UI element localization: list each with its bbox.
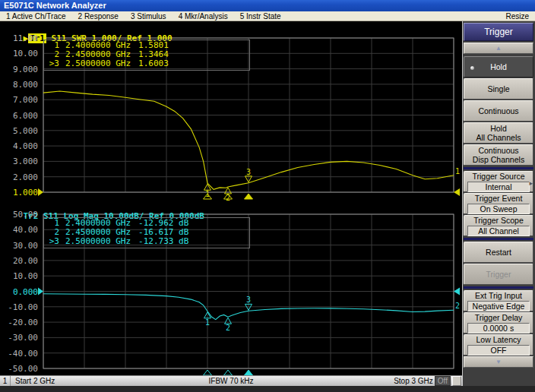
softkey-label: Trigger Source — [472, 172, 524, 181]
trace2-marker-number: 2 — [226, 324, 230, 332]
trace2-y-label: -30.00 — [0, 334, 38, 342]
status-bar: 1 IFBW 70 kHz Start 2 GHz Stop 3 GHz Off — [0, 375, 462, 386]
softkey-restart[interactable]: Restart — [464, 242, 533, 263]
trace2-end-number: 2 — [455, 302, 460, 310]
window-title-bar: E5071C Network Analyzer — [0, 0, 535, 11]
scroll-up-button[interactable]: ▲ — [464, 43, 533, 54]
menu-item-3[interactable]: 3 Stimulus — [125, 12, 173, 21]
trace1-marker-icon — [225, 188, 232, 194]
softkey-label: Trigger Event — [475, 194, 523, 203]
trace1-y-label: 11.00 — [0, 34, 38, 43]
trace2-marker-row: >32.5000000 GHz-12.733 dB — [46, 237, 249, 246]
trace1-y-label: 2.000 — [0, 173, 38, 182]
trace2-marker-number: 1 — [205, 318, 210, 327]
trace2-marker-icon — [225, 318, 232, 324]
trace2-y-label: 30.00 — [0, 242, 38, 250]
softkey-separator — [464, 167, 533, 169]
menu-item-resize[interactable]: Resize — [499, 12, 535, 21]
off-indicator: Off — [435, 376, 451, 386]
window-title: E5071C Network Analyzer — [4, 1, 106, 10]
scroll-up-icon: ▲ — [495, 45, 502, 52]
trace2-y-label: -20.00 — [0, 318, 38, 327]
submenu-arrow-icon: ▸ — [529, 179, 533, 188]
trace2-y-label: 0.000 — [0, 288, 38, 296]
trace1-marker-table: 12.4000000 GHz1.580122.4500000 GHz1.3464… — [43, 40, 250, 71]
trace1-y-label: 10.00 — [0, 49, 38, 58]
scroll-down-button[interactable]: ▼ — [464, 356, 533, 368]
trace1-y-label: 3.000 — [0, 157, 38, 166]
trace1-y-label: 5.000 — [0, 127, 38, 135]
softkey-label: Single — [487, 84, 509, 93]
softkey-continuous[interactable]: Continuous — [464, 100, 533, 122]
menu-item-4[interactable]: 4 Mkr/Analysis — [173, 12, 234, 21]
plot-area: 12311232 ▶Tr1 S11 SWR 1.000/ Ref 1.000 1… — [0, 21, 462, 386]
softkey-hold-all-channels[interactable]: HoldAll Channels — [464, 122, 533, 144]
trace2-y-label: -40.00 — [0, 349, 38, 358]
softkey-trigger-scope[interactable]: Trigger ScopeAll Channel — [464, 215, 533, 236]
softkey-hold[interactable]: Hold — [464, 56, 533, 77]
softkey-sidebar: Trigger ▲ HoldSingleContinuousHoldAll Ch… — [462, 21, 535, 386]
softkey-value: Negative Edge — [467, 301, 530, 311]
menu-bar: 1 Active Ch/Trace2 Response3 Stimulus4 M… — [0, 11, 535, 21]
softkey-label: Trigger — [486, 270, 511, 279]
menu-item-1[interactable]: 1 Active Ch/Trace — [0, 12, 72, 21]
trace2-ref-arrow-right-icon — [454, 288, 460, 296]
selected-bullet-icon — [470, 66, 474, 70]
trace2-stimulus-marker-icon — [245, 370, 253, 375]
softkey-label: Trigger Scope — [473, 216, 524, 225]
bottom-strip — [0, 386, 535, 392]
softkey-label: Hold — [490, 62, 507, 71]
trace2-ref-arrow-left-icon — [38, 288, 43, 296]
softkey-trigger-source[interactable]: Trigger SourceInternal▸ — [464, 171, 533, 192]
trace2-y-label: 40.00 — [0, 226, 38, 234]
softkey-ext-trig-input[interactable]: Ext Trig InputNegative Edge — [464, 290, 533, 311]
trace2-stimulus-marker-icon — [204, 370, 212, 375]
ifbw-readout: IFBW 70 kHz — [0, 377, 462, 385]
status-grip — [452, 376, 461, 386]
trace1-ref-arrow-left-icon — [38, 188, 43, 196]
trace2-stimulus-marker-icon — [224, 370, 233, 375]
softkey-label: Continuous — [478, 106, 518, 115]
softkey-low-latency[interactable]: Low LatencyOFF — [464, 334, 533, 356]
softkey-value: 0.0000 s — [467, 323, 530, 334]
trace1-y-label: 7.000 — [0, 96, 38, 104]
softkey-menu-title: Trigger — [464, 23, 533, 41]
softkey-separator — [464, 286, 533, 289]
trace2-y-label: -10.00 — [0, 303, 38, 311]
trace1-y-label: 6.000 — [0, 112, 38, 120]
softkey-trigger: Trigger — [464, 264, 533, 285]
softkey-continuous-disp-channels[interactable]: ContinuousDisp Channels — [464, 144, 533, 166]
trace1-y-label: 1.000 — [0, 188, 38, 197]
trace1-y-label: 8.000 — [0, 81, 38, 89]
trace1-ref-arrow-right-icon — [454, 188, 460, 196]
menu-item-5[interactable]: 5 Instr State — [234, 12, 287, 21]
softkey-trigger-event[interactable]: Trigger EventOn Sweep — [464, 193, 533, 214]
softkey-label: All Channels — [476, 133, 521, 142]
softkey-trigger-delay[interactable]: Trigger Delay0.0000 s — [464, 312, 533, 334]
trace2-y-label: 50.00 — [0, 210, 38, 219]
trace1-stimulus-marker-icon — [245, 194, 253, 199]
softkey-label: Hold — [490, 124, 507, 133]
trace1-marker-row: >32.5000000 GHz1.6003 — [46, 59, 249, 68]
trace1-y-label: 4.000 — [0, 142, 38, 150]
stop-frequency-readout: Stop 3 GHz — [394, 377, 433, 385]
trace2-y-label: -50.00 — [0, 365, 38, 373]
softkey-value: All Channel — [467, 226, 530, 236]
menu-item-2[interactable]: 2 Response — [72, 12, 125, 21]
softkey-label: Ext Trig Input — [475, 291, 522, 300]
softkey-value: OFF — [467, 345, 530, 356]
trace1-active-marker-number: 3 — [246, 168, 251, 176]
softkey-label: Continuous — [478, 146, 518, 155]
trace2-marker-table: 12.4000000 GHz-12.962 dB22.4500000 GHz-1… — [43, 217, 250, 248]
trace2-y-label: 10.00 — [0, 272, 38, 280]
trace1-end-number: 1 — [455, 167, 460, 175]
softkey-value: On Sweep — [467, 204, 530, 214]
softkey-single[interactable]: Single — [464, 78, 533, 100]
softkey-label: Disp Channels — [473, 155, 524, 164]
softkey-value: Internal — [467, 182, 530, 192]
trace2-active-marker-number: 3 — [246, 296, 251, 304]
trace2-y-label: 20.00 — [0, 257, 38, 265]
softkey-label: Restart — [486, 248, 511, 257]
softkey-label: Trigger Delay — [475, 313, 523, 322]
trace1-y-label: 9.000 — [0, 65, 38, 74]
